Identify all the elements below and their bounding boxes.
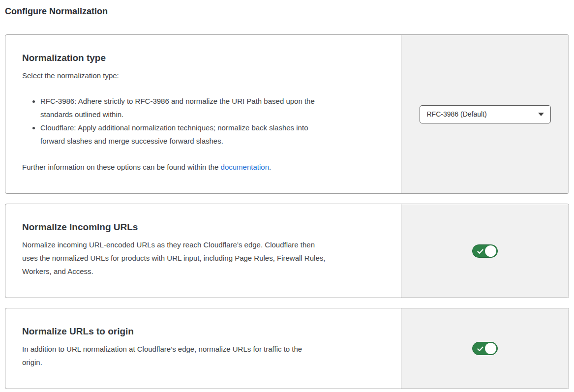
card-description: In addition to URL normalization at Clou… bbox=[22, 342, 386, 369]
card-intro: Select the normalization type: bbox=[22, 69, 386, 82]
card-normalization-type-content: Normalization type Select the normalizat… bbox=[5, 35, 401, 193]
card-normalize-incoming-urls: Normalize incoming URLs Normalize incomi… bbox=[5, 204, 569, 298]
card-normalize-incoming-urls-control-panel bbox=[401, 204, 569, 298]
chevron-down-icon bbox=[538, 113, 544, 116]
select-selected-value: RFC-3986 (Default) bbox=[427, 110, 538, 118]
card-normalization-type-control-panel: RFC-3986 (Default) bbox=[401, 35, 569, 193]
card-normalization-type: Normalization type Select the normalizat… bbox=[5, 34, 569, 194]
card-normalize-urls-to-origin-content: Normalize URLs to origin In addition to … bbox=[5, 308, 401, 389]
footer-note-suffix: . bbox=[269, 163, 271, 171]
documentation-link[interactable]: documentation bbox=[221, 163, 269, 171]
toggle-knob bbox=[485, 245, 496, 257]
card-description: Normalize incoming URL-encoded URLs as t… bbox=[22, 238, 386, 278]
normalization-type-select[interactable]: RFC-3986 (Default) bbox=[420, 105, 551, 123]
check-icon bbox=[477, 249, 483, 254]
check-icon bbox=[477, 346, 483, 352]
normalization-options-list: RFC-3986: Adhere strictly to RFC-3986 an… bbox=[22, 94, 386, 148]
configure-normalization-page: Configure Normalization Normalization ty… bbox=[0, 0, 574, 392]
card-heading: Normalize URLs to origin bbox=[22, 325, 386, 338]
footer-note: Further information on these options can… bbox=[22, 160, 386, 174]
normalize-urls-to-origin-toggle[interactable] bbox=[472, 342, 498, 355]
toggle-knob bbox=[485, 343, 496, 354]
card-normalize-incoming-urls-content: Normalize incoming URLs Normalize incomi… bbox=[5, 204, 401, 298]
card-normalize-urls-to-origin-control-panel bbox=[401, 308, 569, 389]
card-heading: Normalization type bbox=[22, 51, 386, 64]
list-item-cloudflare: Cloudflare: Apply additional normalizati… bbox=[40, 121, 386, 148]
page-title: Configure Normalization bbox=[5, 6, 569, 17]
normalize-incoming-urls-toggle[interactable] bbox=[472, 244, 498, 258]
card-normalize-urls-to-origin: Normalize URLs to origin In addition to … bbox=[5, 308, 569, 389]
list-item-rfc3986: RFC-3986: Adhere strictly to RFC-3986 an… bbox=[40, 94, 386, 121]
card-heading: Normalize incoming URLs bbox=[22, 220, 386, 234]
footer-note-text: Further information on these options can… bbox=[22, 163, 221, 171]
